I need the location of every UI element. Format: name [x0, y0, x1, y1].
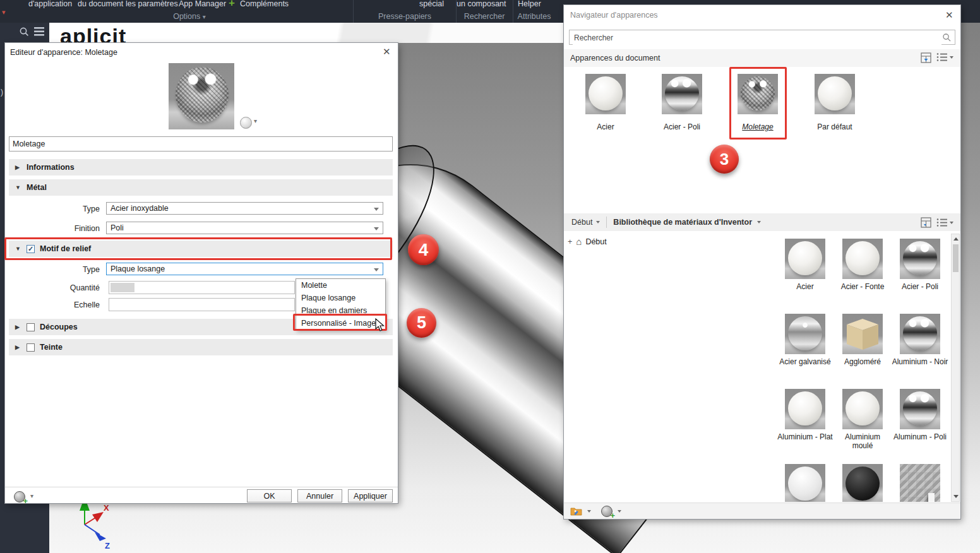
material-acier[interactable]: Acier	[777, 239, 834, 291]
scroll-down-icon[interactable]	[953, 495, 959, 498]
chevron-down-icon[interactable]: ▾	[30, 492, 33, 499]
decoupes-checkbox[interactable]	[27, 323, 35, 331]
material-label: Aggloméré	[834, 357, 891, 366]
debut-dropdown[interactable]: Début	[571, 218, 592, 227]
section-informations[interactable]: ▶ Informations	[9, 159, 393, 175]
material-aluminium-moule[interactable]: Aluminium moulé	[834, 389, 891, 450]
close-icon[interactable]: ✕	[945, 9, 953, 21]
library-navigation-bar: Début Bibliothèque de matériaux d'Invent…	[564, 213, 960, 231]
grid-scrollbar[interactable]	[951, 234, 960, 502]
dropdown-item-plaque-losange[interactable]: Plaque losange	[296, 292, 385, 304]
ribbon-tab-options-application[interactable]: d'application	[28, 0, 72, 8]
expander-collapsed-icon[interactable]: ▶	[15, 344, 21, 350]
doc-appearance-acier-poli[interactable]: Acier - Poli	[647, 74, 717, 131]
expander-collapsed-icon[interactable]: ▶	[15, 164, 21, 170]
ribbon-button-helper[interactable]: Helper	[518, 0, 541, 8]
step-badge-4: 4	[408, 234, 439, 265]
expander-collapsed-icon[interactable]: ▶	[15, 324, 21, 330]
ribbon-group-rechercher: Rechercher	[462, 12, 507, 21]
chevron-down-icon[interactable]: ▾	[254, 117, 257, 124]
section-label: Informations	[27, 163, 75, 172]
appearance-browser-panel: Navigateur d'apparences ✕ Apparences du …	[564, 5, 960, 519]
manage-library-folder-icon[interactable]	[570, 506, 582, 516]
search-icon[interactable]	[19, 27, 29, 37]
material-label: Acier - Fonte	[834, 282, 891, 291]
material-label: Aluminum - Poli	[892, 432, 948, 441]
finition-combobox[interactable]: Poli	[106, 222, 383, 234]
echelle-input[interactable]	[109, 298, 295, 311]
material-row4-item3[interactable]	[892, 464, 948, 502]
material-row4-item2[interactable]	[834, 464, 891, 502]
expander-expanded-icon[interactable]: ▼	[15, 184, 21, 191]
section-metal[interactable]: ▼ Métal	[9, 179, 393, 196]
quick-access-caret-icon[interactable]: ▾	[2, 8, 6, 16]
chevron-down-icon[interactable]	[618, 510, 621, 513]
teinte-checkbox[interactable]	[27, 343, 35, 352]
view-list-icon[interactable]	[936, 52, 947, 62]
tree-item-label: Début	[585, 237, 606, 246]
metal-type-combobox[interactable]: Acier inoxydable	[106, 202, 383, 215]
search-input[interactable]	[573, 31, 941, 45]
scrollbar-thumb[interactable]	[953, 244, 959, 272]
annuler-button[interactable]: Annuler	[297, 489, 342, 502]
create-appearance-button[interactable]: +	[601, 506, 612, 517]
search-icon[interactable]	[942, 33, 952, 42]
ribbon-tab-parametres[interactable]: les paramètres	[126, 0, 178, 8]
material-aluminium-noir[interactable]: Aluminium - Noir	[892, 314, 948, 366]
chevron-down-icon[interactable]	[950, 222, 953, 224]
ribbon-tab-complements[interactable]: Compléments	[240, 0, 289, 8]
material-acier-fonte[interactable]: Acier - Fonte	[834, 239, 891, 291]
quantite-input[interactable]	[109, 281, 295, 294]
relief-type-combobox[interactable]: Plaque losange	[106, 263, 383, 275]
doc-appearance-acier[interactable]: Acier	[571, 74, 640, 131]
material-aluminum-poli[interactable]: Aluminum - Poli	[892, 389, 948, 441]
material-agglomere[interactable]: Aggloméré	[834, 314, 891, 366]
appliquer-button[interactable]: Appliquer	[348, 489, 393, 502]
tree-item-debut[interactable]: + ⌂ Début	[568, 236, 607, 247]
combo-value: Plaque losange	[111, 265, 165, 273]
material-aluminium-plat[interactable]: Aluminium - Plat	[777, 389, 834, 441]
chevron-down-icon[interactable]	[950, 56, 953, 59]
material-label: Aluminium - Plat	[777, 432, 834, 441]
expander-expanded-icon[interactable]: ▼	[15, 246, 21, 252]
ribbon-tab-app-manager[interactable]: App Manager	[179, 0, 226, 8]
doc-appearance-par-defaut[interactable]: Par défaut	[800, 74, 869, 131]
new-appearance-button[interactable]: +	[14, 491, 25, 502]
matte-sphere-icon	[589, 76, 623, 110]
section-teinte[interactable]: ▶ Teinte	[9, 339, 393, 355]
search-box[interactable]	[569, 30, 955, 45]
ribbon-group-options[interactable]: Options ▾	[165, 12, 213, 21]
chevron-down-icon[interactable]	[757, 221, 761, 223]
doc-appearance-moletage[interactable]: Moletage	[723, 74, 792, 131]
menu-hamburger-icon[interactable]	[34, 27, 44, 36]
ribbon-button-collage-special[interactable]: spécial	[419, 0, 444, 8]
appearance-name-input[interactable]	[9, 136, 393, 152]
chevron-down-icon[interactable]	[587, 510, 591, 513]
view-list-icon[interactable]	[936, 218, 947, 227]
material-acier-galvanise[interactable]: Acier galvanisé	[777, 314, 834, 366]
chevron-down-icon[interactable]	[596, 221, 600, 223]
preview-scene-button[interactable]	[240, 117, 252, 129]
assign-to-document-icon[interactable]	[921, 217, 931, 228]
doc-item-label: Acier	[571, 122, 640, 131]
section-motif-de-relief[interactable]: ▼ ✓ Motif de relief	[9, 241, 393, 257]
ribbon-button-inserer-composant[interactable]: un composant	[457, 0, 506, 8]
ribbon-group-presse-papiers: Presse-papiers	[376, 12, 433, 21]
library-dropdown[interactable]: Bibliothèque de matériaux d'Inventor	[613, 218, 752, 227]
material-label: Acier - Poli	[892, 282, 948, 291]
cube-icon	[842, 314, 883, 354]
material-acier-poli[interactable]: Acier - Poli	[892, 239, 948, 291]
scroll-up-icon[interactable]	[953, 237, 959, 241]
close-icon[interactable]: ✕	[383, 46, 391, 57]
dropdown-item-plaque-damiers[interactable]: Plaque en damiers	[296, 304, 385, 317]
material-row4-item1[interactable]	[777, 464, 834, 502]
relief-checkbox[interactable]: ✓	[27, 245, 35, 253]
preview-knurled-sphere	[176, 67, 229, 122]
dialog-title: Editeur d'apparence: Moletage	[10, 48, 117, 57]
ribbon-tab-options-document[interactable]: du document	[78, 0, 123, 8]
plus-icon[interactable]: +	[568, 237, 572, 246]
assign-to-document-icon[interactable]	[921, 52, 931, 63]
dropdown-item-molette[interactable]: Molette	[296, 279, 385, 292]
dropdown-item-personnalise-image[interactable]: Personnalisé - Image	[296, 317, 385, 330]
ok-button[interactable]: OK	[247, 489, 292, 502]
